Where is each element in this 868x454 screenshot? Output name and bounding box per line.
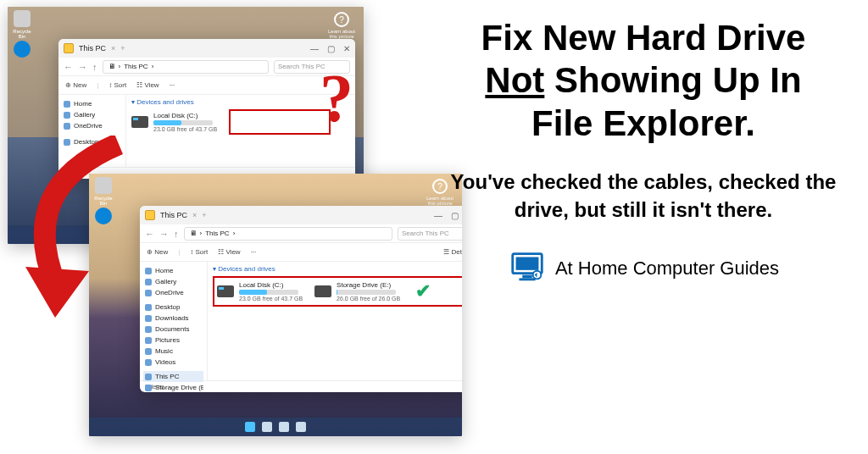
headline-block: Fix New Hard Drive Not Showing Up In Fil… — [444, 17, 843, 290]
missing-drive-callout — [229, 109, 331, 135]
sidebar-item-storage-e[interactable]: Storage Drive (E:) — [143, 382, 203, 392]
brand-label: At Home Computer Guides — [555, 257, 779, 280]
forward-button[interactable]: → — [159, 229, 169, 239]
checkmark-icon: ✔ — [415, 280, 431, 302]
disk-icon — [314, 285, 331, 297]
new-button[interactable]: ⊕ New — [65, 81, 86, 89]
sidebar-item-pictures[interactable]: Pictures — [143, 335, 203, 346]
page-title: Fix New Hard Drive Not Showing Up In Fil… — [444, 17, 843, 145]
edge-icon — [11, 41, 33, 59]
address-bar-row: ← → ↑ 🖥 › This PC › Search This PC — [140, 224, 462, 243]
view-button[interactable]: ☷ View — [218, 248, 240, 256]
sidebar-item-thispc[interactable]: This PC — [143, 371, 203, 382]
back-button[interactable]: ← — [64, 62, 73, 72]
drive-c[interactable]: Local Disk (C:) 23.0 GB free of 43.7 GB — [217, 280, 303, 302]
brand-row: At Home Computer Guides — [444, 247, 843, 290]
found-drive-callout: Local Disk (C:) 23.0 GB free of 43.7 GB … — [213, 276, 462, 307]
disk-icon — [217, 285, 234, 297]
sidebar-item-music[interactable]: Music — [143, 346, 203, 357]
view-button[interactable]: ☷ View — [136, 81, 159, 89]
learn-about-picture: Learn about this picture — [325, 12, 359, 39]
close-button[interactable]: ✕ — [343, 44, 350, 53]
toolbar: ⊕ New | ↕ Sort ☷ View ··· ☰ Details — [140, 243, 462, 262]
monitor-icon — [508, 247, 547, 290]
window-title: This PC — [160, 211, 187, 219]
section-header: Devices and drives — [218, 265, 275, 273]
subheading: You've checked the cables, checked the d… — [444, 169, 843, 224]
main-pane: ▾ Devices and drives Local Disk (C:) 23.… — [208, 262, 462, 380]
drive-c[interactable]: Local Disk (C:) 23.0 GB free of 43.7 GB — [131, 109, 217, 135]
taskbar-search-icon[interactable] — [262, 422, 272, 432]
taskbar-explorer-icon[interactable] — [279, 422, 289, 432]
sidebar-item-videos[interactable]: Videos — [143, 357, 203, 368]
sidebar-item-onedrive[interactable]: OneDrive — [62, 120, 122, 131]
svg-rect-4 — [519, 278, 535, 280]
drive-e[interactable]: Storage Drive (E:) 26.0 GB free of 26.0 … — [314, 280, 400, 302]
titlebar: This PC × + — ▢ ✕ — [58, 39, 355, 58]
file-explorer-after: This PC × + — ▢ ✕ ← → ↑ 🖥 › This PC › — [140, 206, 462, 392]
sidebar-item-documents[interactable]: Documents — [143, 324, 203, 335]
titlebar: This PC × + — ▢ ✕ — [140, 206, 462, 224]
minimize-button[interactable]: — — [434, 211, 442, 220]
sort-button[interactable]: ↕ Sort — [108, 81, 126, 89]
more-button[interactable]: ··· — [251, 248, 257, 256]
breadcrumb[interactable]: 🖥 › This PC › — [184, 227, 393, 241]
up-button[interactable]: ↑ — [92, 62, 97, 72]
address-bar-row: ← → ↑ 🖥 › This PC › Search This PC — [58, 58, 355, 76]
minimize-button[interactable]: — — [310, 44, 319, 53]
maximize-button[interactable]: ▢ — [327, 44, 335, 53]
start-button[interactable] — [245, 422, 255, 432]
up-button[interactable]: ↑ — [174, 229, 179, 239]
svg-rect-3 — [522, 275, 532, 279]
taskbar — [89, 418, 462, 436]
toolbar: ⊕ New | ↕ Sort ☷ View ··· — [58, 76, 355, 95]
section-header: Devices and drives — [136, 98, 194, 106]
more-button[interactable]: ··· — [170, 81, 175, 89]
sort-button[interactable]: ↕ Sort — [190, 248, 208, 256]
sidebar-item-gallery[interactable]: Gallery — [62, 109, 122, 120]
recycle-bin-icon: Recycle Bin — [11, 10, 33, 39]
taskbar-app-icon[interactable] — [296, 422, 306, 432]
breadcrumb[interactable]: 🖥 › This PC › — [103, 60, 270, 74]
sidebar-item-home[interactable]: Home — [62, 98, 122, 109]
disk-icon — [131, 116, 148, 128]
folder-icon — [64, 43, 74, 53]
arrow-icon — [8, 136, 153, 322]
question-mark-icon: ? — [320, 60, 353, 137]
svg-rect-2 — [516, 257, 539, 269]
svg-marker-0 — [25, 267, 89, 318]
window-title: This PC — [79, 44, 106, 53]
forward-button[interactable]: → — [78, 62, 87, 72]
